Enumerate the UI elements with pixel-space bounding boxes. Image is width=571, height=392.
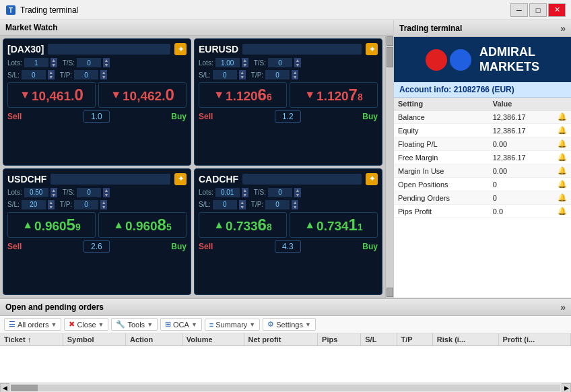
orders-col-8[interactable]: Risk (i... <box>432 333 498 346</box>
sl-down[interactable]: ▼ <box>239 75 246 79</box>
tp-down[interactable]: ▼ <box>100 205 107 209</box>
tp-down[interactable]: ▼ <box>292 205 298 209</box>
ts-input[interactable] <box>268 58 292 67</box>
tp-spinner[interactable]: ▲ ▼ <box>100 70 107 79</box>
buy-button[interactable]: Buy <box>171 242 187 251</box>
ts-input[interactable] <box>77 58 101 67</box>
bell-cell[interactable]: 🔔 <box>553 151 571 164</box>
sl-down[interactable]: ▼ <box>48 205 55 209</box>
ts-down[interactable]: ▼ <box>294 63 301 67</box>
orders-col-0[interactable]: Ticket ↑ <box>0 333 63 346</box>
orders-col-1[interactable]: Symbol <box>63 333 125 346</box>
lots-down[interactable]: ▼ <box>242 63 248 67</box>
tp-up[interactable]: ▲ <box>292 70 298 75</box>
lots-up[interactable]: ▲ <box>242 188 248 193</box>
tp-spinner[interactable]: ▲ ▼ <box>292 200 298 209</box>
orders-col-9[interactable]: Profit (i... <box>498 333 570 346</box>
ts-up[interactable]: ▲ <box>294 188 301 193</box>
scroll-track[interactable] <box>11 385 560 391</box>
lots-down[interactable]: ▼ <box>51 63 57 67</box>
buy-button[interactable]: Buy <box>362 112 378 121</box>
tools-button[interactable]: 🔧 Tools ▼ <box>111 318 158 331</box>
ts-input[interactable] <box>77 188 101 197</box>
right-panel-expand[interactable]: » <box>560 23 566 34</box>
lots-up[interactable]: ▲ <box>51 58 57 63</box>
maximize-button[interactable]: □ <box>529 3 547 17</box>
sl-up[interactable]: ▲ <box>239 70 246 75</box>
lots-spinner[interactable]: ▲ ▼ <box>51 58 57 67</box>
sl-spinner[interactable]: ▲ ▼ <box>239 200 246 209</box>
settings-button[interactable]: ⚙ Settings ▼ <box>263 318 316 331</box>
summary-button[interactable]: ≡ Summary ▼ <box>205 319 260 331</box>
bell-icon[interactable]: 🔔 <box>558 180 567 188</box>
bell-cell[interactable]: 🔔 <box>553 191 571 205</box>
sl-down[interactable]: ▼ <box>239 205 246 209</box>
tp-down[interactable]: ▼ <box>292 75 298 79</box>
close-button-toolbar[interactable]: ✖ Close ▼ <box>64 318 108 331</box>
bell-icon[interactable]: 🔔 <box>558 207 567 215</box>
orders-col-5[interactable]: Pips <box>318 333 361 346</box>
ts-down[interactable]: ▼ <box>294 193 301 197</box>
lots-input[interactable] <box>215 58 240 67</box>
bell-icon[interactable]: 🔔 <box>558 153 567 161</box>
lots-spinner[interactable]: ▲ ▼ <box>242 188 248 197</box>
tp-up[interactable]: ▲ <box>100 200 107 205</box>
sl-up[interactable]: ▲ <box>48 70 55 75</box>
bell-cell[interactable]: 🔔 <box>553 137 571 151</box>
bell-cell[interactable]: 🔔 <box>553 164 571 178</box>
scroll-thumb[interactable] <box>11 385 38 391</box>
card-star-icon[interactable]: ✦ <box>366 173 378 185</box>
tp-input[interactable] <box>265 200 290 209</box>
ts-up[interactable]: ▲ <box>103 58 110 63</box>
bell-icon[interactable]: 🔔 <box>558 193 567 201</box>
vertical-scrollbar[interactable] <box>385 36 393 298</box>
all-orders-button[interactable]: ☰ All orders ▼ <box>4 318 61 331</box>
sl-input[interactable] <box>22 70 46 79</box>
scroll-left-arrow[interactable]: ◀ <box>0 383 9 393</box>
oca-button[interactable]: ⊞ OCA ▼ <box>160 318 202 331</box>
scroll-right-arrow[interactable]: ▶ <box>562 383 571 393</box>
tp-down[interactable]: ▼ <box>100 75 107 79</box>
bell-icon[interactable]: 🔔 <box>558 112 567 121</box>
ts-spinner[interactable]: ▲ ▼ <box>294 58 301 67</box>
ts-spinner[interactable]: ▲ ▼ <box>103 58 110 67</box>
bell-cell[interactable]: 🔔 <box>553 178 571 191</box>
tp-spinner[interactable]: ▲ ▼ <box>292 70 298 79</box>
ts-up[interactable]: ▲ <box>294 58 301 63</box>
sl-input[interactable] <box>22 200 46 209</box>
card-star-icon[interactable]: ✦ <box>174 43 187 55</box>
orders-col-4[interactable]: Net profit <box>244 333 318 346</box>
sl-up[interactable]: ▲ <box>48 200 55 205</box>
lots-down[interactable]: ▼ <box>51 193 57 197</box>
ts-down[interactable]: ▼ <box>103 193 110 197</box>
tp-spinner[interactable]: ▲ ▼ <box>100 200 107 209</box>
tp-input[interactable] <box>74 70 98 79</box>
tp-input[interactable] <box>265 70 290 79</box>
bell-cell[interactable]: 🔔 <box>553 205 571 218</box>
horizontal-scrollbar[interactable]: ◀ ▶ <box>0 383 571 392</box>
sell-button[interactable]: Sell <box>199 112 213 121</box>
buy-button[interactable]: Buy <box>362 242 378 251</box>
bottom-expand[interactable]: » <box>560 302 566 313</box>
orders-col-7[interactable]: T/P <box>397 333 432 346</box>
lots-input[interactable] <box>24 58 48 67</box>
bell-cell[interactable]: 🔔 <box>553 110 571 124</box>
ts-spinner[interactable]: ▲ ▼ <box>103 188 110 197</box>
bell-icon[interactable]: 🔔 <box>558 139 567 148</box>
lots-spinner[interactable]: ▲ ▼ <box>242 58 248 67</box>
bell-icon[interactable]: 🔔 <box>558 166 567 174</box>
sell-button[interactable]: Sell <box>199 242 213 251</box>
ts-spinner[interactable]: ▲ ▼ <box>294 188 301 197</box>
orders-col-6[interactable]: S/L <box>361 333 397 346</box>
lots-up[interactable]: ▲ <box>51 188 57 193</box>
close-button[interactable]: ✕ <box>548 3 566 17</box>
card-star-icon[interactable]: ✦ <box>366 43 378 55</box>
lots-up[interactable]: ▲ <box>242 58 248 63</box>
ts-up[interactable]: ▲ <box>103 188 110 193</box>
lots-down[interactable]: ▼ <box>242 193 248 197</box>
minimize-button[interactable]: ─ <box>510 3 528 17</box>
orders-col-3[interactable]: Volume <box>182 333 244 346</box>
sl-spinner[interactable]: ▲ ▼ <box>239 70 246 79</box>
buy-button[interactable]: Buy <box>171 112 187 121</box>
sl-up[interactable]: ▲ <box>239 200 246 205</box>
